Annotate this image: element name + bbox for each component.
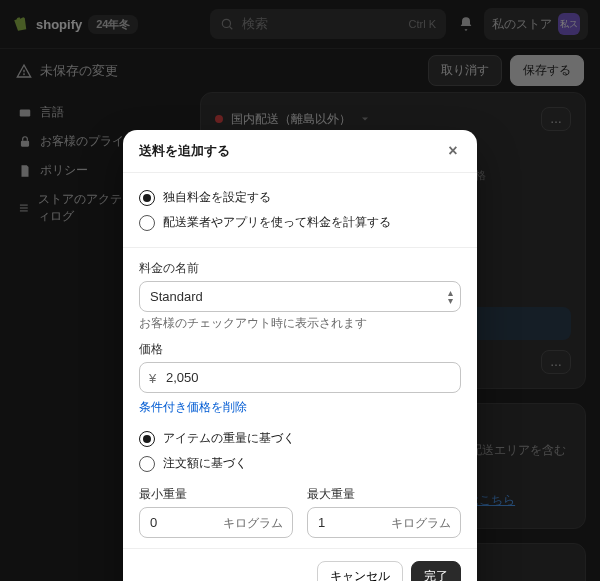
basis-order-radio[interactable]: 注文額に基づく	[139, 451, 461, 476]
max-weight-label: 最大重量	[307, 486, 461, 503]
basis-weight-radio[interactable]: アイテムの重量に基づく	[139, 426, 461, 451]
radio-label: 独自料金を設定する	[163, 189, 271, 206]
min-weight-label: 最小重量	[139, 486, 293, 503]
radio-icon	[139, 431, 155, 447]
unit-label: キログラム	[223, 514, 283, 531]
price-input[interactable]	[139, 362, 461, 393]
modal-header: 送料を追加する ×	[123, 130, 477, 173]
add-rate-modal: 送料を追加する × 独自料金を設定する 配送業者やアプリを使って料金を計算する …	[123, 130, 477, 581]
modal-title: 送料を追加する	[139, 142, 230, 160]
price-label: 価格	[139, 341, 461, 358]
cancel-button[interactable]: キャンセル	[317, 561, 403, 581]
delete-conditions-link[interactable]: 条件付き価格を削除	[139, 399, 247, 416]
unit-label: キログラム	[391, 514, 451, 531]
rate-name-help: お客様のチェックアウト時に表示されます	[139, 316, 461, 331]
radio-icon	[139, 190, 155, 206]
radio-label: アイテムの重量に基づく	[163, 430, 295, 447]
radio-label: 配送業者やアプリを使って料金を計算する	[163, 214, 391, 231]
modal-footer: キャンセル 完了	[123, 548, 477, 581]
done-button[interactable]: 完了	[411, 561, 461, 581]
radio-icon	[139, 456, 155, 472]
radio-label: 注文額に基づく	[163, 455, 247, 472]
close-icon[interactable]: ×	[445, 143, 461, 159]
rate-name-input[interactable]	[139, 281, 461, 312]
currency-prefix: ¥	[149, 370, 156, 385]
radio-icon	[139, 215, 155, 231]
rate-type-carrier-radio[interactable]: 配送業者やアプリを使って料金を計算する	[139, 210, 461, 235]
select-chevron-icon[interactable]: ▴▾	[448, 289, 453, 305]
rate-type-custom-radio[interactable]: 独自料金を設定する	[139, 185, 461, 210]
rate-name-label: 料金の名前	[139, 260, 461, 277]
modal-overlay[interactable]: 送料を追加する × 独自料金を設定する 配送業者やアプリを使って料金を計算する …	[0, 0, 600, 581]
